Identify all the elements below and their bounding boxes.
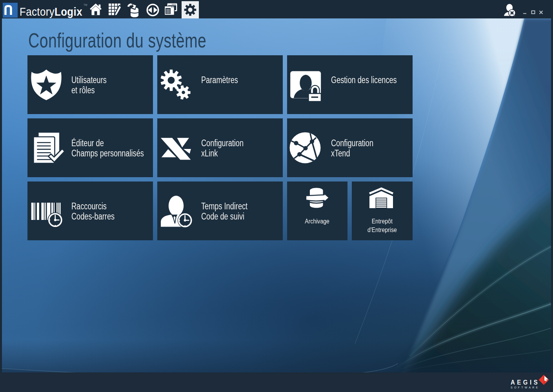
svg-text:TM: TM <box>84 4 87 6</box>
svg-text:SOFTWARE: SOFTWARE <box>511 386 539 389</box>
svg-text:FactoryLogix: FactoryLogix <box>20 5 82 18</box>
svg-text:AEGIS: AEGIS <box>511 379 540 386</box>
